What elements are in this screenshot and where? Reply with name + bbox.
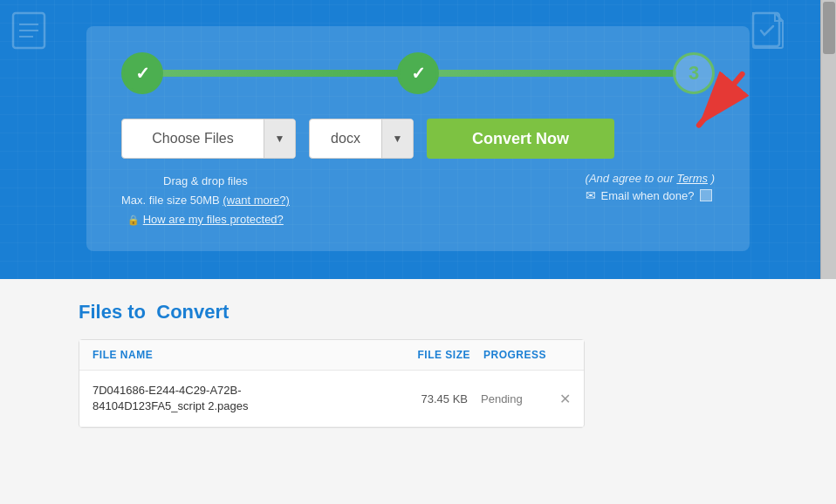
format-label: docx xyxy=(310,131,381,146)
step-2-circle: ✓ xyxy=(397,52,439,94)
step-line-1 xyxy=(160,70,401,77)
format-dropdown-arrow[interactable]: ▼ xyxy=(381,119,413,158)
controls-row: Choose Files ▼ docx ▼ Convert Now xyxy=(121,119,715,159)
left-info: Drag & drop files Max. file size 50MB (w… xyxy=(121,172,290,229)
agree-text: (And agree to our Terms ) xyxy=(586,172,715,185)
table-row: 7D041686-E244-4C29-A72B-84104D123FA5_scr… xyxy=(79,371,584,427)
deco-icon-right xyxy=(749,9,792,62)
converter-card: ✓ ✓ 3 Choose Files ▼ docx ▼ xyxy=(86,26,750,251)
bottom-section: Files to Convert FILE NAME FILE SIZE PRO… xyxy=(0,279,836,504)
file-name: 7D041686-E244-4C29-A72B-84104D123FA5_scr… xyxy=(93,383,389,414)
scrollbar[interactable] xyxy=(820,0,836,279)
email-checkbox[interactable] xyxy=(700,189,712,201)
right-info: (And agree to our Terms ) ✉ Email when d… xyxy=(586,172,715,202)
step-line-2 xyxy=(435,70,676,77)
drag-drop-text: Drag & drop files xyxy=(121,172,290,191)
want-more-link[interactable]: (want more?) xyxy=(223,194,290,207)
file-status: Pending xyxy=(481,392,551,405)
scrollbar-thumb[interactable] xyxy=(823,2,835,54)
email-row: ✉ Email when done? xyxy=(586,188,715,202)
email-label: Email when done? xyxy=(601,189,695,202)
steps-bar: ✓ ✓ 3 xyxy=(121,52,715,94)
max-size-text: Max. file size 50MB (want more?) xyxy=(121,191,290,210)
file-size: 73.45 KB xyxy=(389,392,468,405)
choose-files-label: Choose Files xyxy=(122,131,264,146)
email-icon: ✉ xyxy=(586,188,596,202)
convert-now-button[interactable]: Convert Now xyxy=(427,119,614,159)
file-table-header: FILE NAME FILE SIZE PROGRESS xyxy=(79,340,584,371)
step-3-circle: 3 xyxy=(673,52,715,94)
protection-row: 🔒 How are my files protected? xyxy=(121,210,290,229)
top-section: ✓ ✓ 3 Choose Files ▼ docx ▼ xyxy=(0,0,836,279)
convert-button-wrapper: Convert Now xyxy=(427,119,614,159)
format-select[interactable]: docx ▼ xyxy=(309,119,414,159)
deco-icon-left xyxy=(9,9,52,62)
choose-files-dropdown-arrow[interactable]: ▼ xyxy=(264,119,295,158)
info-bottom-row: Drag & drop files Max. file size 50MB (w… xyxy=(121,172,715,229)
terms-link[interactable]: Terms xyxy=(676,172,708,185)
lock-icon: 🔒 xyxy=(127,215,140,225)
file-table: FILE NAME FILE SIZE PROGRESS 7D041686-E2… xyxy=(79,339,585,428)
col-name-header: FILE NAME xyxy=(93,349,392,361)
file-delete-button[interactable]: ✕ xyxy=(559,391,571,407)
choose-files-button[interactable]: Choose Files ▼ xyxy=(121,119,296,159)
col-progress-header: PROGRESS xyxy=(483,349,571,361)
step-1-circle: ✓ xyxy=(121,52,163,94)
files-title: Files to Convert xyxy=(79,301,757,324)
col-size-header: FILE SIZE xyxy=(392,349,470,361)
protection-link[interactable]: How are my files protected? xyxy=(143,213,284,226)
